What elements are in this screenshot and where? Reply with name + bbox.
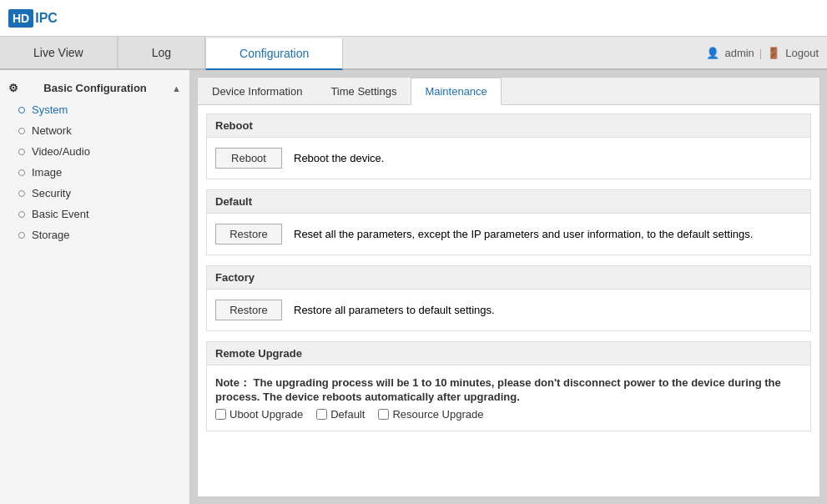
logo-hd: HD	[8, 9, 33, 28]
default-description: Reset all the parameters, except the IP …	[294, 228, 753, 240]
sidebar-item-basic-event[interactable]: Basic Event	[0, 204, 189, 224]
subtab-device-info[interactable]: Device Information	[198, 78, 316, 104]
subtab-maintenance[interactable]: Maintenance	[411, 78, 501, 105]
note-text: The upgrading process will be 1 to 10 mi…	[215, 376, 781, 403]
section-body-factory: Restore Restore all parameters to defaul…	[207, 290, 810, 330]
note-label: Note：	[215, 376, 250, 389]
sidebar-label-storage: Storage	[32, 229, 70, 241]
section-header-reboot: Reboot	[207, 114, 810, 138]
sidebar-dot-video-audio	[18, 149, 25, 155]
upgrade-checkboxes: Uboot Upgrade Default Resource Upgrade	[215, 408, 802, 421]
factory-description: Restore all parameters to default settin…	[294, 304, 495, 316]
tab-log[interactable]: Log	[118, 37, 205, 68]
sidebar-label-network: Network	[32, 124, 72, 137]
remote-upgrade-body: Note： The upgrading process will be 1 to…	[207, 365, 810, 431]
nav-user-area: 👤 admin | 🚪 Logout	[706, 37, 827, 68]
sidebar-dot-system	[18, 107, 25, 113]
checkbox-uboot-label: Uboot Upgrade	[229, 408, 303, 421]
checkbox-resource-label: Resource Upgrade	[392, 408, 483, 421]
sidebar-dot-network	[18, 128, 25, 134]
sidebar-label-security: Security	[32, 187, 71, 199]
sidebar-item-image[interactable]: Image	[0, 162, 189, 183]
sidebar-label-image: Image	[32, 166, 62, 179]
checkbox-resource-input[interactable]	[378, 409, 389, 420]
sidebar-collapse-icon: ▲	[172, 83, 181, 93]
sidebar: ⚙ Basic Configuration ▲ System Network V…	[0, 70, 190, 504]
tab-configuration[interactable]: Configuration	[205, 38, 343, 70]
section-body-reboot: Reboot Reboot the device.	[207, 138, 810, 179]
username: admin	[724, 47, 754, 59]
upgrade-note: Note： The upgrading process will be 1 to…	[215, 375, 802, 403]
header: HD IPC	[0, 0, 827, 37]
tab-live-view[interactable]: Live View	[0, 37, 118, 68]
main-layout: ⚙ Basic Configuration ▲ System Network V…	[0, 70, 827, 504]
sidebar-dot-image	[18, 169, 25, 176]
sidebar-dot-security	[18, 190, 25, 197]
logo-ipc: IPC	[35, 11, 58, 26]
sidebar-section-header[interactable]: ⚙ Basic Configuration ▲	[0, 77, 189, 99]
section-header-default: Default	[207, 190, 810, 214]
checkbox-resource[interactable]: Resource Upgrade	[378, 408, 483, 421]
sidebar-item-storage[interactable]: Storage	[0, 224, 189, 245]
sidebar-dot-storage	[18, 232, 25, 239]
checkbox-default[interactable]: Default	[316, 408, 365, 421]
nav-bar: Live View Log Configuration 👤 admin | 🚪 …	[0, 37, 827, 70]
sidebar-item-video-audio[interactable]: Video/Audio	[0, 141, 189, 162]
factory-restore-button[interactable]: Restore	[215, 300, 282, 320]
reboot-button[interactable]: Reboot	[215, 148, 282, 169]
section-header-remote-upgrade: Remote Upgrade	[207, 342, 810, 365]
checkbox-default-label: Default	[330, 408, 365, 421]
sidebar-item-network[interactable]: Network	[0, 120, 189, 141]
nav-divider: |	[759, 47, 762, 59]
sidebar-label-video-audio: Video/Audio	[32, 145, 90, 158]
logout-link[interactable]: Logout	[785, 47, 819, 59]
user-icon: 👤	[706, 47, 719, 59]
section-body-default: Restore Reset all the parameters, except…	[207, 214, 810, 255]
sidebar-label-basic-event: Basic Event	[32, 208, 89, 220]
checkbox-uboot-input[interactable]	[215, 409, 226, 420]
logout-icon: 🚪	[767, 47, 780, 59]
sidebar-dot-basic-event	[18, 211, 25, 218]
logo: HD IPC	[8, 9, 58, 28]
sidebar-section-label: Basic Configuration	[43, 82, 147, 94]
subtab-time-settings[interactable]: Time Settings	[316, 78, 411, 104]
checkbox-uboot[interactable]: Uboot Upgrade	[215, 408, 303, 421]
sidebar-label-system: System	[32, 103, 68, 116]
checkbox-default-input[interactable]	[316, 409, 327, 420]
section-factory: Factory Restore Restore all parameters t…	[206, 265, 811, 331]
section-header-factory: Factory	[207, 266, 810, 290]
sidebar-section-icon: ⚙	[8, 82, 18, 94]
section-remote-upgrade: Remote Upgrade Note： The upgrading proce…	[206, 341, 811, 431]
sidebar-item-system[interactable]: System	[0, 99, 189, 120]
sidebar-item-security[interactable]: Security	[0, 183, 189, 204]
default-restore-button[interactable]: Restore	[215, 224, 282, 244]
content-body: Reboot Reboot Reboot the device. Default…	[198, 105, 819, 450]
reboot-description: Reboot the device.	[294, 152, 384, 164]
content-area: Device Information Time Settings Mainten…	[197, 77, 820, 497]
section-default: Default Restore Reset all the parameters…	[206, 189, 811, 255]
section-reboot: Reboot Reboot Reboot the device.	[206, 113, 811, 179]
sub-tabs: Device Information Time Settings Mainten…	[198, 78, 819, 105]
